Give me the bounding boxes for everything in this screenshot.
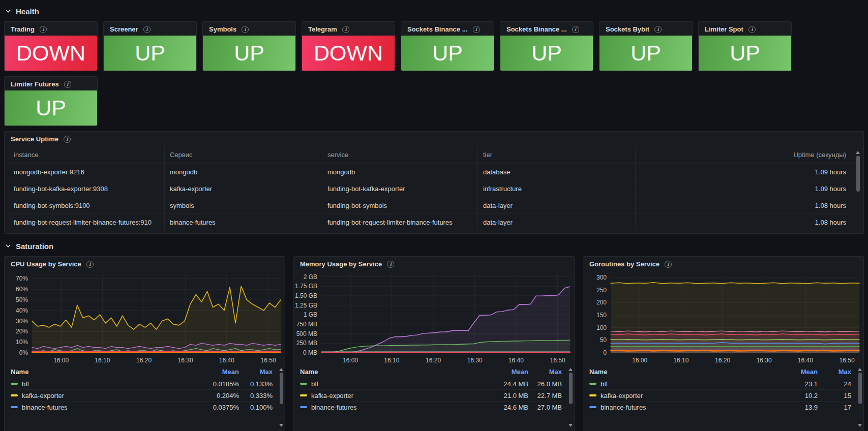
time-series-plot[interactable]: 05010015020025030016:0016:1016:2016:3016… [583, 270, 864, 366]
legend-series-bff[interactable]: bff [11, 380, 192, 388]
info-icon[interactable]: i [64, 136, 71, 143]
column-header-instance[interactable]: instance [9, 146, 164, 163]
info-icon[interactable]: i [143, 26, 151, 33]
svg-text:100: 100 [596, 324, 607, 331]
scrollbar-thumb[interactable] [280, 373, 283, 404]
grafana-dashboard: Health TradingiDOWNScreeneriUPSymbolsiUP… [0, 0, 868, 431]
chart-panel-goroutines-by-service: Goroutines by Servicei050100150200250300… [583, 256, 864, 431]
svg-text:16:10: 16:10 [384, 357, 399, 364]
panel-title: Sockets Binance ... [407, 25, 468, 33]
legend-col-mean[interactable]: Mean [771, 368, 818, 376]
info-icon[interactable]: i [654, 26, 662, 33]
info-icon[interactable]: i [342, 26, 349, 33]
legend-series-bff[interactable]: bff [589, 380, 771, 388]
scroll-up-icon[interactable] [568, 368, 573, 371]
series-color-swatch [11, 383, 18, 385]
svg-text:1.50 GB: 1.50 GB [295, 292, 317, 299]
legend-series-label: kafka-exporter [601, 392, 643, 399]
svg-text:250: 250 [596, 287, 607, 294]
panel-header: Symbolsi [203, 22, 295, 36]
scrollbar-thumb[interactable] [569, 373, 573, 404]
info-icon[interactable]: i [572, 26, 579, 33]
section-header-health[interactable]: Health [5, 5, 39, 17]
svg-text:50: 50 [600, 336, 607, 344]
scroll-up-icon[interactable] [856, 151, 860, 154]
legend-series-kafka-exporter[interactable]: kafka-exporter [300, 392, 482, 399]
info-icon[interactable]: i [665, 261, 672, 268]
panel-header: Sockets Binance ...i [500, 22, 593, 36]
info-icon[interactable]: i [387, 261, 394, 268]
table-row: mongodb-exporter:9216mongodbmongodbdatab… [9, 163, 853, 180]
legend-max-value: 27.0 MB [528, 404, 562, 411]
legend-col-mean[interactable]: Mean [192, 368, 239, 376]
legend-series-binance-futures[interactable]: binance-futures [300, 404, 482, 411]
info-icon[interactable]: i [40, 26, 47, 33]
info-icon[interactable]: i [473, 26, 480, 33]
panel-title: Trading [11, 25, 35, 33]
column-header-item[interactable]: Сервис [164, 146, 322, 163]
section-header-saturation[interactable]: Saturation [5, 240, 53, 252]
info-icon[interactable]: i [86, 261, 94, 268]
scroll-down-icon[interactable] [279, 424, 283, 427]
legend-series-binance-futures[interactable]: binance-futures [589, 404, 771, 411]
scrollbar-thumb[interactable] [856, 156, 860, 192]
scroll-up-icon[interactable] [279, 368, 283, 371]
legend-col-max[interactable]: Max [528, 368, 562, 376]
legend-series-binance-futures[interactable]: binance-futures [11, 404, 192, 411]
series-color-swatch [589, 383, 596, 385]
legend-col-mean[interactable]: Mean [482, 368, 528, 376]
legend-series-kafka-exporter[interactable]: kafka-exporter [589, 392, 771, 399]
info-icon[interactable]: i [242, 26, 249, 33]
legend-row: bff24.4 MB26.0 MB [300, 378, 562, 389]
table-cell: funding-bot-request-limiter-binance-futu… [9, 214, 164, 230]
svg-text:16:20: 16:20 [715, 357, 730, 364]
svg-text:16:10: 16:10 [673, 357, 689, 364]
column-header-service[interactable]: service [322, 146, 477, 163]
legend-mean-value: 0.0375% [192, 404, 239, 411]
legend-max-value: 24 [818, 380, 851, 388]
legend-series-bff[interactable]: bff [300, 380, 482, 388]
chevron-down-icon [5, 8, 11, 14]
info-icon[interactable]: i [749, 26, 756, 33]
svg-text:200: 200 [596, 299, 607, 306]
table-scrollbar[interactable] [855, 150, 860, 228]
panel-title: Sockets Binance ... [506, 25, 567, 33]
legend-col-name[interactable]: Name [11, 368, 192, 376]
scroll-up-icon[interactable] [858, 368, 862, 371]
legend-col-name[interactable]: Name [300, 368, 482, 376]
panel-header: Screeneri [104, 22, 196, 36]
scroll-down-icon[interactable] [858, 424, 862, 427]
scrollbar-thumb[interactable] [858, 373, 862, 404]
legend-mean-value: 10.2 [771, 392, 818, 399]
svg-text:500 MB: 500 MB [296, 330, 317, 337]
legend-max-value: 17 [818, 404, 851, 411]
legend-row: binance-futures24.6 MB27.0 MB [300, 401, 562, 413]
legend-scrollbar[interactable] [568, 367, 573, 428]
legend-series-label: binance-futures [22, 404, 68, 411]
legend-col-max[interactable]: Max [239, 368, 273, 376]
scroll-down-icon[interactable] [568, 424, 573, 427]
legend-scrollbar[interactable] [857, 367, 862, 428]
legend-row: kafka-exporter21.0 MB22.7 MB [300, 389, 562, 401]
legend-series-label: bff [311, 380, 318, 388]
time-series-plot[interactable]: 0 MB250 MB500 MB750 MB1 GB1.25 GB1.50 GB… [294, 270, 575, 366]
legend-mean-value: 21.0 MB [482, 392, 528, 399]
svg-text:1.25 GB: 1.25 GB [295, 302, 317, 309]
legend-max-value: 22.7 MB [528, 392, 562, 399]
column-header-tier[interactable]: tier [477, 146, 635, 163]
column-header-uptime[interactable]: Uptime (секунды) [635, 146, 853, 163]
info-icon[interactable]: i [64, 81, 71, 88]
legend-col-max[interactable]: Max [818, 368, 851, 376]
panel-title: Limiter Spot [705, 25, 743, 33]
legend-col-name[interactable]: Name [589, 368, 771, 376]
time-series-plot[interactable]: 0%10%20%30%40%50%60%70%16:0016:1016:2016… [5, 270, 285, 366]
table-cell: 1.09 hours [635, 180, 853, 197]
chart-panel-cpu-usage-by-service: CPU Usage by Servicei0%10%20%30%40%50%60… [4, 256, 285, 431]
legend-scrollbar[interactable] [279, 367, 284, 428]
legend-row: bff0.0185%0.133% [11, 378, 273, 389]
legend-mean-value: 13.9 [771, 404, 818, 411]
svg-text:16:20: 16:20 [136, 357, 152, 364]
legend-series-kafka-exporter[interactable]: kafka-exporter [11, 392, 192, 399]
legend-row: kafka-exporter0.204%0.333% [11, 389, 273, 401]
status-panel-sockets-binance: Sockets Binance ...iUP [500, 21, 593, 71]
